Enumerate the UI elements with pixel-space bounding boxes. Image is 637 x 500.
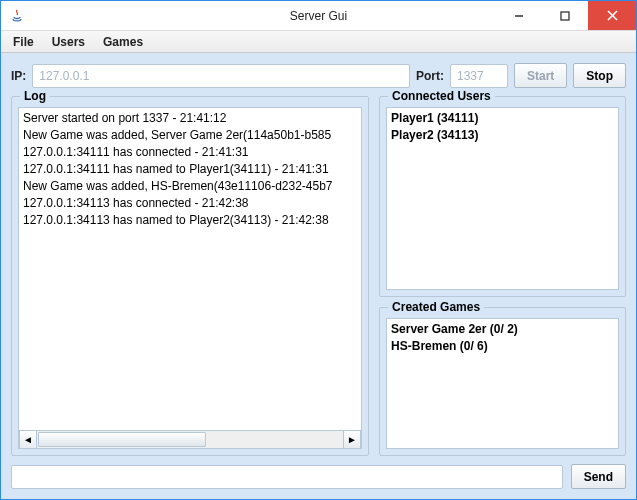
connected-users-title: Connected Users — [388, 89, 495, 103]
log-line: 127.0.0.1:34111 has named to Player1(341… — [23, 161, 357, 178]
ip-label: IP: — [11, 69, 26, 83]
window-controls — [496, 1, 636, 30]
message-input[interactable] — [11, 465, 563, 489]
created-games-group: Created Games Server Game 2er (0/ 2)HS-B… — [379, 307, 626, 456]
right-column: Connected Users Player1 (34111)Player2 (… — [379, 96, 626, 456]
user-item[interactable]: Player2 (34113) — [391, 127, 614, 144]
log-text[interactable]: Server started on port 1337 - 21:41:12Ne… — [18, 107, 362, 431]
port-label: Port: — [416, 69, 444, 83]
left-column: Log Server started on port 1337 - 21:41:… — [11, 96, 369, 456]
body-row: Log Server started on port 1337 - 21:41:… — [11, 96, 626, 456]
game-item[interactable]: HS-Bremen (0/ 6) — [391, 338, 614, 355]
ip-input[interactable] — [32, 64, 410, 88]
connected-users-group: Connected Users Player1 (34111)Player2 (… — [379, 96, 626, 297]
menu-games[interactable]: Games — [95, 33, 151, 51]
maximize-button[interactable] — [542, 1, 588, 30]
send-button[interactable]: Send — [571, 464, 626, 489]
message-row: Send — [11, 464, 626, 489]
scroll-right-arrow-icon[interactable]: ► — [343, 431, 361, 448]
log-line: Server started on port 1337 - 21:41:12 — [23, 110, 357, 127]
menu-file[interactable]: File — [5, 33, 42, 51]
game-item[interactable]: Server Game 2er (0/ 2) — [391, 321, 614, 338]
minimize-button[interactable] — [496, 1, 542, 30]
log-hscrollbar[interactable]: ◄ ► — [18, 431, 362, 449]
stop-button[interactable]: Stop — [573, 63, 626, 88]
app-window: Server Gui File Users Games IP: Port: St… — [0, 0, 637, 500]
created-games-list[interactable]: Server Game 2er (0/ 2)HS-Bremen (0/ 6) — [386, 318, 619, 449]
log-line: 127.0.0.1:34113 has connected - 21:42:38 — [23, 195, 357, 212]
log-line: New Game was added, HS-Bremen(43e11106-d… — [23, 178, 357, 195]
scroll-thumb[interactable] — [38, 432, 206, 447]
menu-users[interactable]: Users — [44, 33, 93, 51]
connected-users-list[interactable]: Player1 (34111)Player2 (34113) — [386, 107, 619, 290]
log-group: Log Server started on port 1337 - 21:41:… — [11, 96, 369, 456]
start-button[interactable]: Start — [514, 63, 567, 88]
log-title: Log — [20, 89, 50, 103]
user-item[interactable]: Player1 (34111) — [391, 110, 614, 127]
log-line: New Game was added, Server Game 2er(114a… — [23, 127, 357, 144]
scroll-left-arrow-icon[interactable]: ◄ — [19, 431, 37, 448]
log-line: 127.0.0.1:34111 has connected - 21:41:31 — [23, 144, 357, 161]
svg-rect-1 — [561, 12, 569, 20]
connection-row: IP: Port: Start Stop — [11, 63, 626, 88]
port-input[interactable] — [450, 64, 508, 88]
titlebar: Server Gui — [1, 1, 636, 31]
created-games-title: Created Games — [388, 300, 484, 314]
log-line: 127.0.0.1:34113 has named to Player2(341… — [23, 212, 357, 229]
close-button[interactable] — [588, 1, 636, 30]
scroll-track[interactable] — [37, 431, 343, 448]
menubar: File Users Games — [1, 31, 636, 53]
java-icon — [9, 8, 25, 24]
client-area: IP: Port: Start Stop Log Server started … — [1, 53, 636, 499]
